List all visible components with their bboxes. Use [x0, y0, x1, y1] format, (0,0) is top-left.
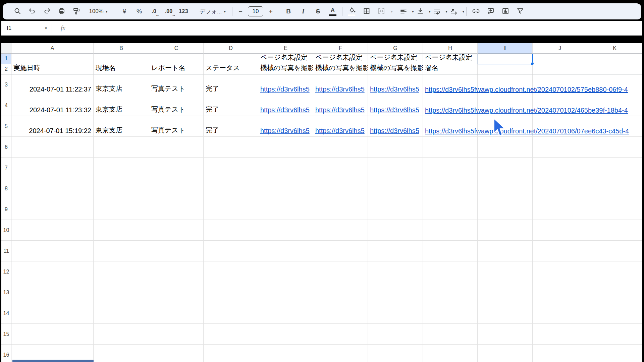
vertical-align-button[interactable] [414, 5, 427, 18]
decrease-font-size-button[interactable]: − [234, 5, 247, 18]
row-header-12[interactable]: 12 [1, 261, 11, 282]
cell-A13[interactable] [11, 282, 94, 303]
cell-F14[interactable] [313, 303, 368, 324]
cell-I9[interactable] [478, 199, 533, 220]
cell-D3[interactable]: 完了 [204, 74, 258, 95]
cell-E6[interactable] [258, 137, 313, 158]
row-header-10[interactable]: 10 [1, 220, 11, 241]
cell-J3[interactable] [533, 74, 587, 95]
cell-link[interactable]: https://d3rv6lhs5 [370, 127, 419, 135]
cell-K3[interactable] [587, 74, 642, 95]
cell-I6[interactable] [478, 137, 533, 158]
column-header-I[interactable]: I [478, 43, 533, 54]
cell-E9[interactable] [258, 199, 313, 220]
cell-F9[interactable] [313, 199, 368, 220]
cell-K6[interactable] [587, 137, 642, 158]
cell-E1[interactable]: ページ名未設定 [258, 54, 313, 64]
cell-K5[interactable] [587, 116, 642, 137]
cell-F6[interactable] [313, 137, 368, 158]
row-header-8[interactable]: 8 [1, 178, 11, 199]
cell-I3[interactable] [478, 74, 533, 95]
cell-G8[interactable] [368, 178, 423, 199]
cell-D16[interactable] [204, 345, 258, 362]
cell-A4[interactable]: 2024-07-01 11:23:32 [11, 95, 94, 116]
cell-K10[interactable] [587, 220, 642, 241]
cell-J14[interactable] [533, 303, 587, 324]
cell-K7[interactable] [587, 158, 642, 178]
select-all-corner[interactable] [1, 43, 11, 54]
strikethrough-button[interactable]: S [311, 5, 325, 18]
insert-link-button[interactable] [469, 5, 483, 18]
cell-E13[interactable] [258, 282, 313, 303]
cell-G4[interactable]: https://d3rv6lhs5 [368, 95, 423, 116]
cell-H11[interactable] [423, 241, 478, 261]
cell-E11[interactable] [258, 241, 313, 261]
cell-F5[interactable]: https://d3rv6lhs5 [313, 116, 368, 137]
cell-C10[interactable] [149, 220, 204, 241]
row-header-6[interactable]: 6 [1, 137, 11, 158]
cell-F15[interactable] [313, 324, 368, 345]
cell-D5[interactable]: 完了 [204, 116, 258, 137]
row-header-1[interactable]: 1 [1, 54, 11, 64]
print-button[interactable] [54, 5, 69, 18]
cell-link[interactable]: https://d3rv6lhs5 [370, 106, 419, 114]
cell-K15[interactable] [587, 324, 642, 345]
cell-J11[interactable] [533, 241, 587, 261]
cell-J4[interactable] [533, 95, 587, 116]
cell-J13[interactable] [533, 282, 587, 303]
cell-C15[interactable] [149, 324, 204, 345]
column-header-F[interactable]: F [313, 43, 368, 54]
cell-H8[interactable] [423, 178, 478, 199]
cell-G15[interactable] [368, 324, 423, 345]
borders-button[interactable] [359, 5, 374, 18]
cell-I4[interactable] [478, 95, 533, 116]
cell-B14[interactable] [94, 303, 149, 324]
cell-K2[interactable] [587, 64, 642, 74]
cell-K9[interactable] [587, 199, 642, 220]
cell-F10[interactable] [313, 220, 368, 241]
cell-B13[interactable] [94, 282, 149, 303]
cell-K4[interactable] [587, 95, 642, 116]
cell-B6[interactable] [94, 137, 149, 158]
cell-F13[interactable] [313, 282, 368, 303]
column-header-A[interactable]: A [11, 43, 94, 54]
cell-G9[interactable] [368, 199, 423, 220]
cell-link[interactable]: https://d3rv6lhs5 [370, 85, 419, 93]
cell-A10[interactable] [11, 220, 94, 241]
cell-C9[interactable] [149, 199, 204, 220]
cell-E8[interactable] [258, 178, 313, 199]
search-button[interactable] [10, 5, 25, 18]
row-header-2[interactable]: 2 [1, 64, 11, 74]
cell-A14[interactable] [11, 303, 94, 324]
cell-K13[interactable] [587, 282, 642, 303]
column-header-D[interactable]: D [204, 43, 258, 54]
cell-A6[interactable] [11, 137, 94, 158]
cell-H1[interactable]: ページ名未設定 [423, 54, 478, 64]
cell-D4[interactable]: 完了 [204, 95, 258, 116]
cell-A3[interactable]: 2024-07-01 11:22:37 [11, 74, 94, 95]
cell-E10[interactable] [258, 220, 313, 241]
cell-E14[interactable] [258, 303, 313, 324]
cell-J12[interactable] [533, 261, 587, 282]
cell-E12[interactable] [258, 261, 313, 282]
cell-A1[interactable] [11, 54, 94, 64]
cell-B11[interactable] [94, 241, 149, 261]
cell-C12[interactable] [149, 261, 204, 282]
column-header-B[interactable]: B [94, 43, 149, 54]
create-filter-button[interactable] [513, 5, 528, 18]
cell-J16[interactable] [533, 345, 587, 362]
row-header-5[interactable]: 5 [1, 116, 11, 137]
cell-G12[interactable] [368, 261, 423, 282]
formula-input[interactable] [65, 21, 642, 35]
cell-J15[interactable] [533, 324, 587, 345]
cell-B3[interactable]: 東京支店 [94, 74, 149, 95]
cell-B8[interactable] [94, 178, 149, 199]
cell-D6[interactable] [204, 137, 258, 158]
cell-C2[interactable]: レポート名 [149, 64, 204, 74]
cell-K8[interactable] [587, 178, 642, 199]
cell-K1[interactable] [587, 54, 642, 64]
cell-I15[interactable] [478, 324, 533, 345]
cell-A2[interactable]: 実施日時 [11, 64, 94, 74]
cell-I11[interactable] [478, 241, 533, 261]
cell-C1[interactable] [149, 54, 204, 64]
